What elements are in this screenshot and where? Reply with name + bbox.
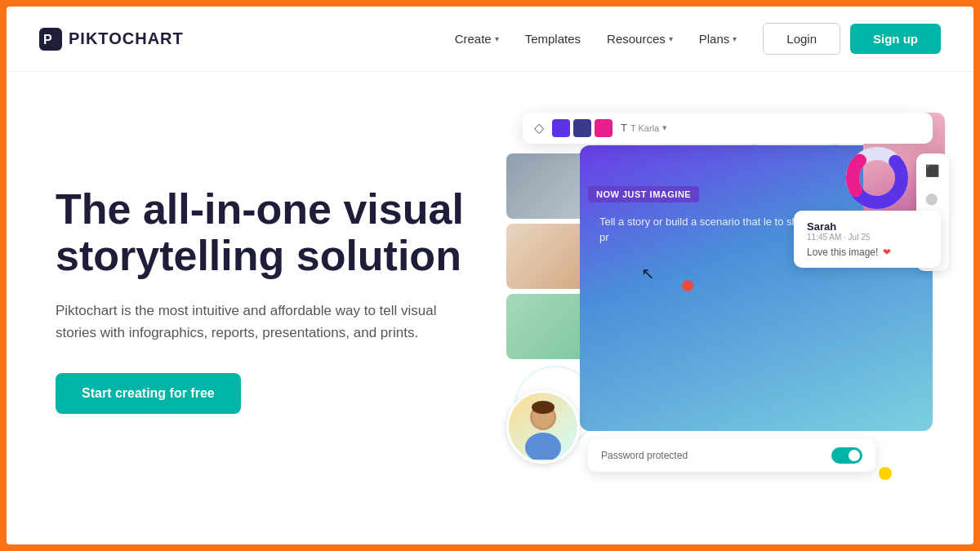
page-wrapper: P PIKTOCHART Create ▾ Templates Resource…	[7, 7, 973, 544]
password-toggle[interactable]	[831, 447, 862, 464]
hero-collage: ◇ T T Karla ▾	[498, 104, 941, 496]
hero-title: The all-in-one visual storytelling solut…	[56, 186, 466, 279]
image-man	[506, 294, 588, 359]
image-meeting	[506, 153, 588, 219]
font-chevron-icon: ▾	[662, 122, 667, 133]
panel-icon-2: ⬤	[923, 189, 941, 207]
donut-chart	[844, 145, 910, 211]
panel-icon-1: ⬛	[923, 162, 941, 180]
comment-time: 11:45 AM · Jul 25	[807, 233, 928, 242]
toolbar-shapes	[552, 119, 612, 137]
comment-body: Love this image! ❤	[807, 247, 928, 258]
cta-button[interactable]: Start creating for free	[56, 373, 241, 414]
nav-plans[interactable]: Plans ▾	[699, 32, 737, 46]
color-swatch-navy	[573, 119, 591, 137]
toolbar-shape-icon: ◇	[534, 120, 544, 136]
hero-left: The all-in-one visual storytelling solut…	[56, 186, 498, 414]
toolbar-card: ◇ T T Karla ▾	[523, 113, 933, 144]
logo-icon: P	[39, 28, 62, 51]
nav-templates[interactable]: Templates	[525, 32, 581, 46]
logo[interactable]: P PIKTOCHART	[39, 28, 184, 51]
hero-description: Piktochart is the most intuitive and aff…	[56, 300, 448, 344]
color-swatch-purple	[552, 119, 570, 137]
nav-resources[interactable]: Resources ▾	[607, 32, 673, 46]
svg-text:P: P	[43, 33, 52, 47]
dot-yellow	[879, 467, 892, 480]
profile-card	[506, 390, 580, 464]
nav-links: Create ▾ Templates Resources ▾ Plans ▾	[455, 32, 737, 46]
chevron-down-icon: ▾	[495, 34, 499, 43]
logo-text: PIKTOCHART	[69, 29, 184, 48]
login-button[interactable]: Login	[763, 23, 840, 55]
comment-card: Sarah 11:45 AM · Jul 25 Love this image!…	[794, 211, 941, 268]
hero-section: The all-in-one visual storytelling solut…	[7, 72, 973, 544]
password-label: Password protected	[601, 450, 688, 461]
just-imagine-banner: NOW JUST IMAGINE	[588, 186, 699, 202]
heart-icon: ❤	[883, 247, 891, 258]
comment-author: Sarah	[807, 220, 928, 233]
navbar: P PIKTOCHART Create ▾ Templates Resource…	[7, 7, 973, 72]
svg-point-8	[532, 401, 555, 414]
signup-button[interactable]: Sign up	[850, 24, 941, 54]
chevron-down-icon: ▾	[733, 34, 737, 43]
svg-point-6	[525, 433, 561, 460]
red-dot-indicator	[682, 280, 693, 291]
toolbar-font: T T Karla ▾	[621, 122, 667, 134]
image-watch	[506, 224, 588, 289]
password-card: Password protected	[588, 439, 875, 472]
donut-chart-card	[844, 145, 910, 211]
profile-face	[509, 393, 577, 461]
profile-avatar	[510, 394, 576, 460]
chevron-down-icon: ▾	[669, 34, 673, 43]
cursor-icon: ↖	[641, 264, 655, 283]
nav-actions: Login Sign up	[763, 23, 941, 55]
color-swatch-pink	[595, 119, 612, 137]
nav-create[interactable]: Create ▾	[455, 32, 499, 46]
